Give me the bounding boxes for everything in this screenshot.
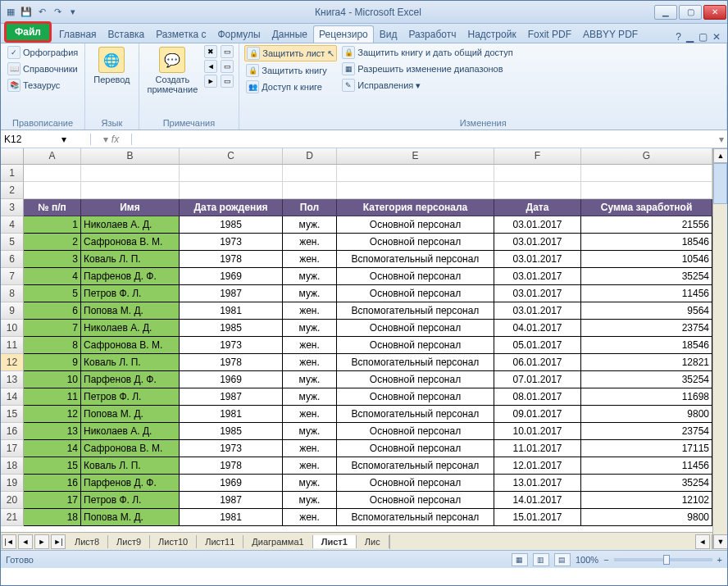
zoom-in-button[interactable]: + xyxy=(717,555,722,565)
cell[interactable]: жен. xyxy=(283,234,337,251)
cell[interactable]: муж. xyxy=(283,371,337,388)
row-header[interactable]: 13 xyxy=(1,371,24,388)
namebox-dropdown-icon[interactable]: ▾ xyxy=(61,134,66,145)
select-all-corner[interactable] xyxy=(1,148,24,164)
name-box[interactable]: ▾ xyxy=(1,134,91,145)
cell[interactable]: муж. xyxy=(283,423,337,440)
cell[interactable]: 12 xyxy=(24,406,81,423)
cell[interactable]: муж. xyxy=(283,216,337,234)
zoom-slider[interactable] xyxy=(614,558,712,561)
cell[interactable]: 05.01.2017 xyxy=(494,337,581,354)
cell[interactable]: 12.01.2017 xyxy=(494,457,581,475)
cell[interactable]: 03.01.2017 xyxy=(494,216,581,234)
zoom-thumb[interactable] xyxy=(663,555,670,565)
maximize-button[interactable]: ▢ xyxy=(679,5,702,20)
cell[interactable] xyxy=(81,165,180,182)
hscroll-left[interactable]: ◄ xyxy=(695,534,710,549)
sheet-tab[interactable]: Лист10 xyxy=(150,535,197,548)
cell[interactable]: 1981 xyxy=(180,302,283,320)
sheet-tab[interactable]: Лист1 xyxy=(313,535,357,548)
cell[interactable]: муж. xyxy=(283,285,337,302)
row-header[interactable]: 5 xyxy=(1,234,24,251)
cell[interactable]: 17 xyxy=(24,492,81,509)
row-header[interactable]: 4 xyxy=(1,216,24,234)
sheet-nav-last[interactable]: ►| xyxy=(51,534,66,549)
new-comment-button[interactable]: 💬 Создать примечание xyxy=(144,45,202,96)
cell[interactable]: жен. xyxy=(283,509,337,526)
column-header[interactable]: D xyxy=(283,148,337,164)
cell[interactable]: 3 xyxy=(24,251,81,268)
cell[interactable]: 03.01.2017 xyxy=(494,251,581,268)
cell[interactable]: 03.01.2017 xyxy=(494,285,581,302)
table-header-cell[interactable]: Дата xyxy=(494,199,581,216)
undo-icon[interactable]: ↶ xyxy=(35,6,48,19)
cell[interactable]: Основной персонал xyxy=(337,423,494,440)
cell[interactable]: Петров Ф. Л. xyxy=(81,388,180,406)
cell[interactable]: Петров Ф. Л. xyxy=(81,285,180,302)
show-all-comments-icon[interactable]: ▭ xyxy=(221,60,234,73)
file-tab[interactable]: Файл xyxy=(4,21,52,43)
cell[interactable]: 03.01.2017 xyxy=(494,302,581,320)
cell[interactable]: Коваль Л. П. xyxy=(81,354,180,371)
row-header[interactable]: 18 xyxy=(1,457,24,475)
cell[interactable]: 1973 xyxy=(180,234,283,251)
vertical-scrollbar[interactable]: ▲ ▼ xyxy=(712,148,727,549)
cell[interactable]: 1 xyxy=(24,216,81,234)
ribbon-tab[interactable]: ABBYY PDF xyxy=(577,25,644,43)
row-header[interactable]: 14 xyxy=(1,388,24,406)
row-header[interactable]: 19 xyxy=(1,475,24,492)
column-header[interactable]: G xyxy=(581,148,712,164)
cell[interactable]: 1981 xyxy=(180,509,283,526)
track-changes-button[interactable]: ✎Исправления ▾ xyxy=(340,78,514,93)
cell[interactable]: Николаев А. Д. xyxy=(81,423,180,440)
cell[interactable]: 14.01.2017 xyxy=(494,492,581,509)
next-comment-icon[interactable]: ► xyxy=(204,75,217,88)
ribbon-tab[interactable]: Главная xyxy=(53,25,102,43)
cell[interactable]: Петров Ф. Л. xyxy=(81,492,180,509)
cell[interactable]: 1969 xyxy=(180,371,283,388)
cell[interactable]: Основной персонал xyxy=(337,268,494,285)
row-header[interactable]: 6 xyxy=(1,251,24,268)
show-ink-icon[interactable]: ▭ xyxy=(221,75,234,88)
cell[interactable]: Парфенов Д. Ф. xyxy=(81,268,180,285)
cell[interactable]: 15.01.2017 xyxy=(494,509,581,526)
cell[interactable]: Основной персонал xyxy=(337,475,494,492)
row-header[interactable]: 17 xyxy=(1,440,24,457)
cell[interactable]: Вспомогательный персонал xyxy=(337,457,494,475)
cell[interactable]: 1985 xyxy=(180,320,283,337)
doc-close-icon[interactable]: ✕ xyxy=(712,31,721,43)
cell[interactable] xyxy=(180,182,283,199)
cell[interactable] xyxy=(24,165,81,182)
cell[interactable]: 04.01.2017 xyxy=(494,320,581,337)
cell[interactable]: 10.01.2017 xyxy=(494,423,581,440)
row-header[interactable]: 21 xyxy=(1,509,24,526)
cell[interactable]: 1985 xyxy=(180,423,283,440)
cell[interactable]: 9800 xyxy=(581,406,712,423)
zoom-out-button[interactable]: − xyxy=(603,555,608,565)
show-comment-icon[interactable]: ▭ xyxy=(221,45,234,58)
scroll-down-button[interactable]: ▼ xyxy=(713,534,728,549)
fx-icon[interactable]: fx xyxy=(111,134,119,145)
sheet-tab[interactable]: Лис xyxy=(357,535,389,548)
cell[interactable]: 15 xyxy=(24,457,81,475)
cell[interactable]: Попова М. Д. xyxy=(81,406,180,423)
cell[interactable]: 11.01.2017 xyxy=(494,440,581,457)
cell[interactable]: Коваль Л. П. xyxy=(81,457,180,475)
cell[interactable]: Основной персонал xyxy=(337,492,494,509)
cell[interactable]: Вспомогательный персонал xyxy=(337,302,494,320)
ribbon-tab[interactable]: Разметка с xyxy=(150,25,212,43)
cell[interactable]: Основной персонал xyxy=(337,285,494,302)
cell[interactable]: Основной персонал xyxy=(337,388,494,406)
cell[interactable]: Сафронова В. М. xyxy=(81,234,180,251)
ribbon-tab[interactable]: Данные xyxy=(266,25,313,43)
delete-comment-icon[interactable]: ✖ xyxy=(204,45,217,58)
help-icon[interactable]: ? xyxy=(676,31,681,43)
cell[interactable]: 1969 xyxy=(180,268,283,285)
cell[interactable]: Основной персонал xyxy=(337,440,494,457)
horizontal-scrollbar[interactable] xyxy=(389,534,694,549)
cell[interactable]: 1987 xyxy=(180,285,283,302)
cell[interactable]: жен. xyxy=(283,354,337,371)
table-header-cell[interactable]: Имя xyxy=(81,199,180,216)
spelling-button[interactable]: ✓Орфография xyxy=(6,45,80,60)
cell[interactable]: 35254 xyxy=(581,268,712,285)
